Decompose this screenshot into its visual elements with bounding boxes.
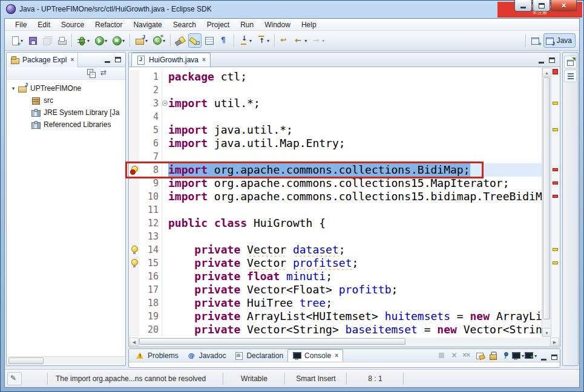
code-text[interactable] xyxy=(168,110,542,123)
editor-vscrollbar[interactable]: ▲ ▼ xyxy=(542,68,551,337)
maximize-editor-button[interactable] xyxy=(546,55,557,65)
dropdown-caret-icon[interactable]: ▾ xyxy=(21,38,23,44)
close-icon[interactable]: × xyxy=(70,57,74,63)
external-tools-button[interactable]: ▾ xyxy=(110,33,126,48)
code-line-19[interactable]: 19 private ArrayList<HUItemset> huitemse… xyxy=(130,310,542,323)
code-text[interactable]: private Vector dataset; xyxy=(168,243,542,256)
gutter-cell[interactable] xyxy=(130,283,139,296)
code-text[interactable] xyxy=(168,203,542,217)
new-java-class-button[interactable]: ▾ xyxy=(151,33,167,48)
menu-file[interactable]: File xyxy=(10,19,32,30)
overview-error-mark[interactable] xyxy=(553,168,558,171)
outline-view-button[interactable] xyxy=(564,70,577,82)
menu-refactor[interactable]: Refactor xyxy=(90,19,128,30)
scroll-left-arrow[interactable]: ◀ xyxy=(130,338,139,346)
gutter-cell[interactable] xyxy=(130,190,139,203)
gutter-cell[interactable] xyxy=(130,137,139,150)
remove-launch-button[interactable] xyxy=(448,350,461,362)
tab-package-explorer[interactable]: Package Expl × xyxy=(7,53,78,67)
warning-quickfix-icon[interactable] xyxy=(131,259,138,267)
dropdown-caret-icon[interactable]: ▾ xyxy=(267,38,269,44)
last-edit-location-button[interactable] xyxy=(278,33,291,48)
console-content[interactable] xyxy=(129,362,560,367)
maximize-button[interactable] xyxy=(533,0,550,11)
minimize-editor-button[interactable] xyxy=(536,55,546,65)
tree-item-referenced-libraries[interactable]: Referenced Libraries xyxy=(7,119,125,131)
expander-icon[interactable]: ▾ xyxy=(9,85,18,91)
code-text[interactable]: import util.*; xyxy=(168,97,542,110)
code-text[interactable] xyxy=(168,83,542,97)
next-annotation-button[interactable]: ▾ xyxy=(237,33,254,48)
editor-hscrollbar[interactable]: ◀ ▶ xyxy=(130,338,559,346)
scroll-right-arrow[interactable]: ▶ xyxy=(550,338,559,346)
code-area[interactable]: 1package ctl;23import util.*;45import ja… xyxy=(130,70,542,337)
overview-warning-mark[interactable] xyxy=(553,102,558,105)
tab-huigrowth-java[interactable]: HuiGrowth.java × xyxy=(131,53,211,67)
tree-item-src[interactable]: src xyxy=(7,94,125,106)
close-tab-icon[interactable]: × xyxy=(335,353,338,359)
code-line-12[interactable]: 12public class HuiGrowth { xyxy=(130,217,542,230)
maximize-panel-button[interactable] xyxy=(549,352,560,362)
block-selection-button[interactable] xyxy=(203,33,216,48)
code-line-4[interactable]: 4 xyxy=(130,110,542,123)
collapse-all-button[interactable] xyxy=(85,68,97,79)
scrollbar-thumb[interactable] xyxy=(139,338,405,345)
fold-collapse-icon[interactable] xyxy=(162,100,168,106)
scroll-up-arrow[interactable]: ▲ xyxy=(542,68,551,77)
scroll-lock-button[interactable] xyxy=(486,350,499,362)
save-button[interactable] xyxy=(26,33,39,48)
terminate-button[interactable] xyxy=(435,350,448,362)
new-wizard-button[interactable]: ▾ xyxy=(8,33,25,48)
overview-warning-mark[interactable] xyxy=(553,248,558,251)
new-java-project-button[interactable]: ▾ xyxy=(133,33,149,48)
code-line-15[interactable]: 15 private Vector profitset; xyxy=(130,256,542,270)
dropdown-caret-icon[interactable]: ▾ xyxy=(249,38,252,44)
dropdown-caret-icon[interactable]: ▾ xyxy=(304,38,307,44)
code-line-1[interactable]: 1package ctl; xyxy=(130,70,542,83)
code-text[interactable]: private ArrayList<HUItemset> huitemsets … xyxy=(168,310,542,323)
search-button[interactable] xyxy=(174,33,187,48)
code-text[interactable]: import org.apache.commons.collections15.… xyxy=(168,177,542,190)
gutter-cell[interactable] xyxy=(130,270,139,283)
minimize-button[interactable] xyxy=(514,0,532,11)
remove-all-launches-button[interactable] xyxy=(461,350,473,362)
package-explorer-hscrollbar[interactable] xyxy=(7,356,125,365)
save-all-button[interactable] xyxy=(41,33,54,48)
gutter-cell[interactable] xyxy=(130,203,139,217)
overview-warning-mark[interactable] xyxy=(553,128,558,131)
run-button[interactable]: ▾ xyxy=(93,33,109,48)
link-with-editor-button[interactable] xyxy=(99,68,111,79)
menu-edit[interactable]: Edit xyxy=(32,19,56,30)
dropdown-caret-icon[interactable]: ▾ xyxy=(87,38,90,44)
code-text[interactable]: private Vector profitset; xyxy=(168,256,542,270)
tab-problems[interactable]: Problems xyxy=(131,349,183,362)
code-text[interactable]: private Vector<Float> profittb; xyxy=(168,283,542,296)
code-text[interactable]: import java.util.*; xyxy=(168,123,542,137)
restore-views-button[interactable] xyxy=(564,56,577,68)
display-selected-console-button[interactable]: ▾ xyxy=(511,350,524,362)
gutter-cell[interactable] xyxy=(130,296,139,310)
dropdown-caret-icon[interactable]: ▾ xyxy=(105,38,107,44)
warning-quickfix-icon[interactable] xyxy=(131,246,138,254)
tab-declaration[interactable]: Declaration xyxy=(230,349,287,362)
gutter-cell[interactable] xyxy=(130,230,139,243)
gutter-cell[interactable] xyxy=(130,217,139,230)
print-button[interactable] xyxy=(55,33,68,48)
dropdown-caret-icon[interactable]: ▾ xyxy=(145,38,148,44)
menu-search[interactable]: Search xyxy=(168,19,202,30)
tab-javadoc[interactable]: Javadoc xyxy=(183,349,231,362)
back-button[interactable]: ▾ xyxy=(292,33,309,48)
open-console-button[interactable]: ▾ xyxy=(524,350,537,362)
menu-window[interactable]: Window xyxy=(259,19,296,30)
code-line-13[interactable]: 13 xyxy=(130,230,542,243)
code-line-16[interactable]: 16 private float minuti; xyxy=(130,270,542,283)
code-line-17[interactable]: 17 private Vector<Float> profittb; xyxy=(130,283,542,296)
mark-occurrences-button[interactable] xyxy=(188,33,202,48)
scrollbar-thumb[interactable] xyxy=(543,77,550,319)
gutter-cell[interactable] xyxy=(130,256,139,270)
gutter-cell[interactable] xyxy=(130,123,139,137)
tree-item-jre-system-library-ja[interactable]: JRE System Library [Ja xyxy=(7,106,125,119)
gutter-cell[interactable] xyxy=(130,110,139,123)
code-text[interactable]: private HuiTree tree; xyxy=(168,296,542,310)
maximize-view-button[interactable] xyxy=(113,55,123,65)
